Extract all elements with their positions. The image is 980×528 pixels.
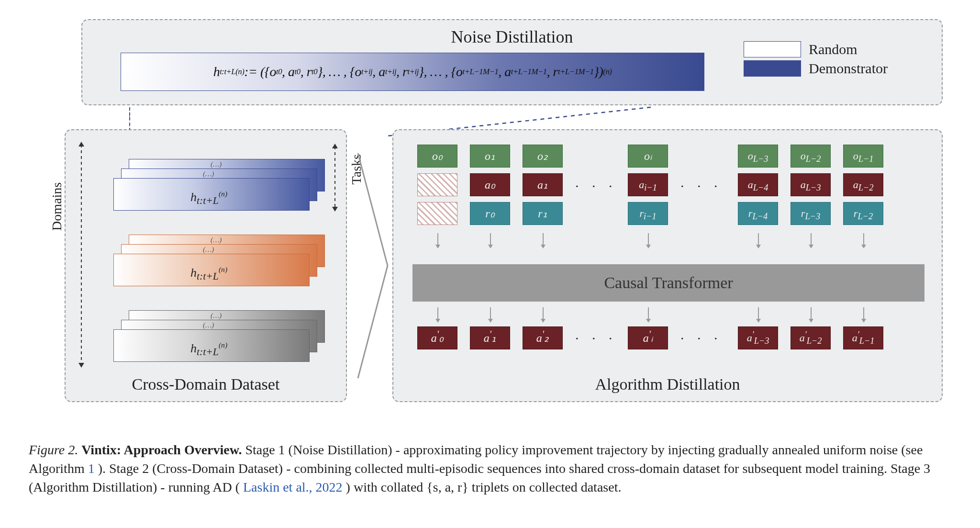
reward-token: r₁ bbox=[523, 202, 563, 225]
citation-link[interactable]: Laskin et al., 2022 bbox=[243, 480, 343, 494]
caption-body: ) with collated bbox=[346, 480, 427, 494]
down-arrow-icon bbox=[543, 307, 544, 320]
causal-transformer-block: Causal Transformer bbox=[412, 264, 924, 302]
card-label: ht:t+L(n) bbox=[190, 341, 227, 356]
card-label: (…) bbox=[203, 170, 214, 178]
swatch-demonstrator-icon bbox=[744, 60, 801, 77]
down-arrow-icon bbox=[811, 307, 812, 320]
reward-token: ri−1 bbox=[628, 202, 668, 225]
card-label: ht:t+L(n) bbox=[190, 266, 227, 280]
down-arrow-icon bbox=[437, 307, 438, 320]
ad-title: Algorithm Distillation bbox=[393, 375, 942, 393]
figure-number: Figure 2. bbox=[29, 442, 78, 457]
cd-title: Cross-Domain Dataset bbox=[66, 375, 346, 393]
noise-distillation-panel: Noise Distillation ht:t+L(n) := ({ot0, a… bbox=[81, 19, 943, 105]
ellipsis-icon: · · · bbox=[575, 330, 617, 347]
card-label: (…) bbox=[203, 246, 214, 254]
card-label: ht:t+L(n) bbox=[190, 190, 227, 204]
obs-token: oL−3 bbox=[738, 145, 778, 168]
masked-reward-token bbox=[417, 202, 457, 225]
output-action-token: a′L−1 bbox=[843, 326, 883, 349]
card-label: (…) bbox=[203, 321, 214, 329]
down-arrow-icon bbox=[758, 307, 759, 320]
legend-random-label: Random bbox=[809, 41, 858, 57]
card: ht:t+L(n) bbox=[113, 254, 310, 286]
output-action-token: a′₂ bbox=[523, 326, 563, 349]
output-action-token: a′₀ bbox=[417, 326, 457, 349]
action-token: a₁ bbox=[523, 173, 563, 196]
card: ht:t+L(n) bbox=[113, 329, 310, 362]
action-token: aL−4 bbox=[738, 173, 778, 196]
action-token: aL−3 bbox=[791, 173, 831, 196]
down-arrow-icon bbox=[863, 307, 864, 320]
output-action-token: a′₁ bbox=[470, 326, 510, 349]
figure-title: Vintix: Approach Overview. bbox=[81, 442, 242, 457]
obs-token: o₁ bbox=[470, 145, 510, 168]
reward-token: rL−3 bbox=[791, 202, 831, 225]
card-label: (…) bbox=[211, 312, 222, 320]
down-arrow-icon bbox=[490, 307, 491, 320]
reward-token: rL−4 bbox=[738, 202, 778, 225]
down-arrow-icon bbox=[648, 233, 649, 246]
down-arrow-icon bbox=[863, 233, 864, 246]
ellipsis-icon: · · · bbox=[575, 178, 617, 194]
output-action-token: a′L−2 bbox=[791, 326, 831, 349]
legend: Random Demonstrator bbox=[744, 41, 921, 79]
legend-demonstrator-label: Demonstrator bbox=[809, 60, 888, 77]
down-arrow-icon bbox=[543, 233, 544, 246]
tasks-axis-arrow-icon bbox=[334, 146, 335, 209]
card: ht:t+L(n) bbox=[113, 178, 310, 211]
diagram: Noise Distillation ht:t+L(n) := ({ot0, a… bbox=[29, 19, 947, 412]
stack-domain-orange: (…) (…) ht:t+L(n) bbox=[113, 254, 310, 286]
figure-caption: Figure 2. Vintix: Approach Overview. Sta… bbox=[29, 440, 947, 497]
ellipsis-icon: · · · bbox=[680, 330, 723, 347]
down-arrow-icon bbox=[490, 233, 491, 246]
algorithm-ref-link[interactable]: 1 bbox=[88, 461, 95, 476]
domains-axis-label: Domains bbox=[49, 182, 65, 231]
card-label: (…) bbox=[211, 236, 222, 244]
action-token: a₀ bbox=[470, 173, 510, 196]
down-arrow-icon bbox=[811, 233, 812, 246]
down-arrow-icon bbox=[437, 233, 438, 246]
ellipsis-icon: · · · bbox=[680, 178, 723, 194]
reward-token: r₀ bbox=[470, 202, 510, 225]
obs-token: oL−1 bbox=[843, 145, 883, 168]
masked-action-token bbox=[417, 173, 457, 196]
obs-token: oL−2 bbox=[791, 145, 831, 168]
output-action-token: a′ᵢ bbox=[628, 326, 668, 349]
domains-axis-arrow-icon bbox=[81, 145, 82, 365]
obs-token: o₂ bbox=[523, 145, 563, 168]
legend-row-demonstrator: Demonstrator bbox=[744, 60, 921, 77]
obs-token: oᵢ bbox=[628, 145, 668, 168]
figure: Noise Distillation ht:t+L(n) := ({ot0, a… bbox=[29, 19, 947, 497]
caption-body: triplets on collected dataset. bbox=[472, 480, 622, 494]
reward-token: rL−2 bbox=[843, 202, 883, 225]
stack-domain-gray: (…) (…) ht:t+L(n) bbox=[113, 329, 310, 362]
stack-domain-blue: (…) (…) ht:t+L(n) bbox=[113, 178, 310, 211]
action-token: aL−2 bbox=[843, 173, 883, 196]
algorithm-distillation-panel: o₀ o₁ a₀ r₀ o₂ a₁ r₁ · · · oᵢ ai−1 ri−1 … bbox=[392, 129, 943, 402]
action-token: ai−1 bbox=[628, 173, 668, 196]
down-arrow-icon bbox=[758, 233, 759, 246]
output-action-token: a′L−3 bbox=[738, 326, 778, 349]
cross-domain-panel: Domains Tasks (…) (…) ht:t+L(n) (…) (…) … bbox=[65, 129, 347, 402]
swatch-random-icon bbox=[744, 41, 801, 57]
obs-token: o₀ bbox=[417, 145, 457, 168]
legend-row-random: Random bbox=[744, 41, 921, 57]
nd-formula: ht:t+L(n) := ({ot0, at0, rt0}, … , {ot+i… bbox=[121, 55, 704, 89]
triplet-notation: {s, a, r} bbox=[426, 480, 468, 494]
down-arrow-icon bbox=[648, 307, 649, 320]
card-label: (…) bbox=[211, 160, 222, 169]
open-angle-icon bbox=[354, 148, 392, 383]
